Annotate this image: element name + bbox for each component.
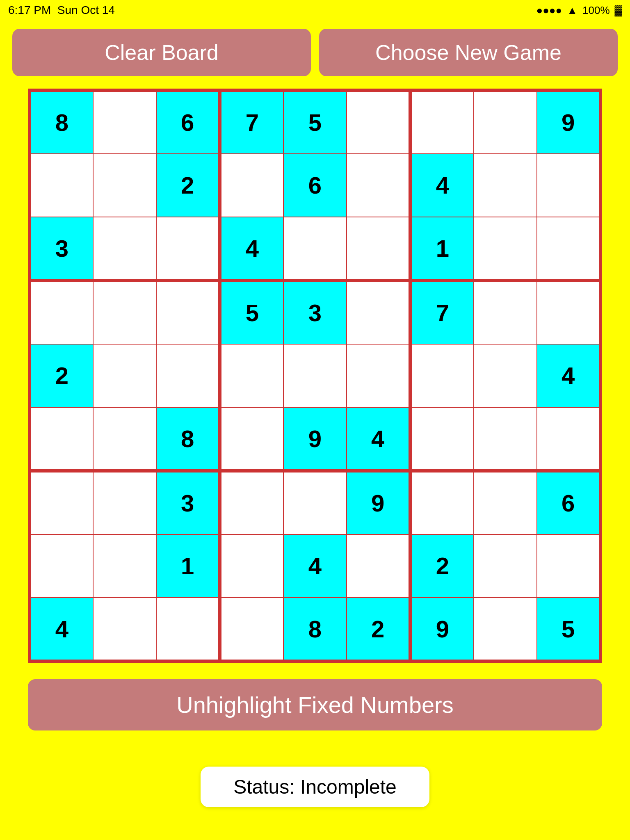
- board-row-3: 537: [30, 281, 600, 344]
- board-row-0: 86759: [30, 90, 600, 154]
- battery-icon: ▓: [615, 5, 622, 16]
- cell-3-7[interactable]: [474, 281, 537, 344]
- cell-4-1[interactable]: [93, 344, 157, 408]
- status-bar: 6:17 PM Sun Oct 14 ●●●● ▲ 100% ▓: [0, 0, 630, 21]
- cell-2-8[interactable]: [537, 217, 600, 281]
- cell-7-5[interactable]: [347, 534, 410, 598]
- cell-5-8[interactable]: [537, 407, 600, 471]
- status-box: Status: Incomplete: [201, 767, 429, 807]
- cell-1-6[interactable]: 4: [410, 154, 474, 217]
- cell-4-8[interactable]: 4: [537, 344, 600, 408]
- cell-2-5[interactable]: [347, 217, 410, 281]
- cell-0-3[interactable]: 7: [220, 90, 283, 154]
- cell-0-8[interactable]: 9: [537, 90, 600, 154]
- cell-6-1[interactable]: [93, 471, 157, 534]
- cell-2-7[interactable]: [474, 217, 537, 281]
- cell-3-1[interactable]: [93, 281, 157, 344]
- cell-2-4[interactable]: [283, 217, 347, 281]
- cell-5-1[interactable]: [93, 407, 157, 471]
- cell-7-0[interactable]: [30, 534, 93, 598]
- cell-1-7[interactable]: [474, 154, 537, 217]
- cell-4-6[interactable]: [410, 344, 474, 408]
- cell-8-7[interactable]: [474, 598, 537, 661]
- sudoku-board: 867592643415372489439614248295: [28, 89, 602, 663]
- cell-5-2[interactable]: 8: [156, 407, 220, 471]
- battery-label: 100%: [582, 4, 610, 17]
- cell-6-4[interactable]: [283, 471, 347, 534]
- status-container: Status: Incomplete: [0, 767, 630, 807]
- board-row-6: 396: [30, 471, 600, 534]
- cell-8-1[interactable]: [93, 598, 157, 661]
- cell-8-6[interactable]: 9: [410, 598, 474, 661]
- cell-7-7[interactable]: [474, 534, 537, 598]
- cell-3-5[interactable]: [347, 281, 410, 344]
- cell-6-2[interactable]: 3: [156, 471, 220, 534]
- cell-0-2[interactable]: 6: [156, 90, 220, 154]
- cell-6-0[interactable]: [30, 471, 93, 534]
- signal-icon: ●●●●: [536, 4, 562, 17]
- cell-7-4[interactable]: 4: [283, 534, 347, 598]
- cell-6-5[interactable]: 9: [347, 471, 410, 534]
- date-label: Sun Oct 14: [57, 4, 115, 16]
- cell-6-7[interactable]: [474, 471, 537, 534]
- board-container: 867592643415372489439614248295: [0, 84, 630, 667]
- cell-8-5[interactable]: 2: [347, 598, 410, 661]
- cell-3-0[interactable]: [30, 281, 93, 344]
- cell-3-8[interactable]: [537, 281, 600, 344]
- cell-3-4[interactable]: 3: [283, 281, 347, 344]
- cell-5-3[interactable]: [220, 407, 283, 471]
- cell-5-7[interactable]: [474, 407, 537, 471]
- cell-8-3[interactable]: [220, 598, 283, 661]
- clear-board-button[interactable]: Clear Board: [12, 29, 311, 76]
- board-row-7: 142: [30, 534, 600, 598]
- cell-7-8[interactable]: [537, 534, 600, 598]
- cell-5-6[interactable]: [410, 407, 474, 471]
- cell-0-0[interactable]: 8: [30, 90, 93, 154]
- cell-3-6[interactable]: 7: [410, 281, 474, 344]
- cell-0-1[interactable]: [93, 90, 157, 154]
- cell-6-3[interactable]: [220, 471, 283, 534]
- cell-7-1[interactable]: [93, 534, 157, 598]
- cell-1-5[interactable]: [347, 154, 410, 217]
- cell-8-2[interactable]: [156, 598, 220, 661]
- cell-8-4[interactable]: 8: [283, 598, 347, 661]
- cell-4-0[interactable]: 2: [30, 344, 93, 408]
- cell-1-2[interactable]: 2: [156, 154, 220, 217]
- cell-2-2[interactable]: [156, 217, 220, 281]
- cell-1-4[interactable]: 6: [283, 154, 347, 217]
- cell-4-7[interactable]: [474, 344, 537, 408]
- cell-6-6[interactable]: [410, 471, 474, 534]
- board-row-8: 48295: [30, 598, 600, 661]
- cell-2-0[interactable]: 3: [30, 217, 93, 281]
- cell-4-4[interactable]: [283, 344, 347, 408]
- cell-0-4[interactable]: 5: [283, 90, 347, 154]
- cell-8-8[interactable]: 5: [537, 598, 600, 661]
- cell-5-4[interactable]: 9: [283, 407, 347, 471]
- cell-0-5[interactable]: [347, 90, 410, 154]
- cell-4-3[interactable]: [220, 344, 283, 408]
- cell-7-3[interactable]: [220, 534, 283, 598]
- board-row-4: 24: [30, 344, 600, 408]
- cell-0-6[interactable]: [410, 90, 474, 154]
- cell-8-0[interactable]: 4: [30, 598, 93, 661]
- cell-3-3[interactable]: 5: [220, 281, 283, 344]
- cell-6-8[interactable]: 6: [537, 471, 600, 534]
- cell-4-5[interactable]: [347, 344, 410, 408]
- cell-2-1[interactable]: [93, 217, 157, 281]
- cell-0-7[interactable]: [474, 90, 537, 154]
- cell-7-6[interactable]: 2: [410, 534, 474, 598]
- choose-new-game-button[interactable]: Choose New Game: [319, 29, 618, 76]
- cell-5-0[interactable]: [30, 407, 93, 471]
- unhighlight-button[interactable]: Unhighlight Fixed Numbers: [28, 679, 602, 730]
- cell-3-2[interactable]: [156, 281, 220, 344]
- cell-1-3[interactable]: [220, 154, 283, 217]
- cell-7-2[interactable]: 1: [156, 534, 220, 598]
- cell-4-2[interactable]: [156, 344, 220, 408]
- cell-1-8[interactable]: [537, 154, 600, 217]
- cell-2-3[interactable]: 4: [220, 217, 283, 281]
- cell-1-0[interactable]: [30, 154, 93, 217]
- cell-2-6[interactable]: 1: [410, 217, 474, 281]
- top-buttons-container: Clear Board Choose New Game: [0, 21, 630, 84]
- cell-1-1[interactable]: [93, 154, 157, 217]
- cell-5-5[interactable]: 4: [347, 407, 410, 471]
